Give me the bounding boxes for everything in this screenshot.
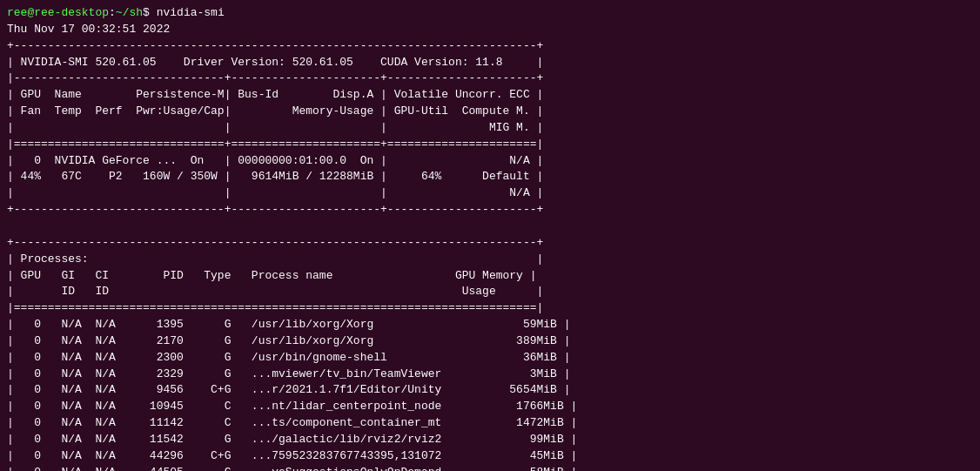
process-row: | 0 N/A N/A 1395 G /usr/lib/xorg/Xorg 59…: [7, 317, 973, 333]
gpu-row2: | 44% 67C P2 160W / 350W | 9614MiB / 122…: [7, 169, 973, 185]
proc-header: | Processes: |: [7, 252, 973, 268]
date-line: Thu Nov 17 00:32:51 2022: [7, 22, 973, 38]
proc-sep: |=======================================…: [7, 300, 973, 317]
process-row: | 0 N/A N/A 44296 C+G ...759523283767743…: [7, 448, 973, 465]
separator2: |-------------------------------+-------…: [7, 71, 973, 87]
process-list: | 0 N/A N/A 1395 G /usr/lib/xorg/Xorg 59…: [7, 317, 973, 471]
process-row: | 0 N/A N/A 2170 G /usr/lib/xorg/Xorg 38…: [7, 333, 973, 350]
blank1: [7, 219, 973, 235]
prompt-command: nvidia-smi: [157, 6, 225, 19]
gpu-row3: | | | N/A |: [7, 185, 973, 202]
process-row: | 0 N/A N/A 11142 C ...ts/component_cont…: [7, 415, 973, 432]
separator5: +---------------------------------------…: [7, 235, 973, 252]
process-row: | 0 N/A N/A 10945 C ...nt/lidar_centerpo…: [7, 399, 973, 415]
gpu-row1: | 0 NVIDIA GeForce ... On | 00000000:01:…: [7, 153, 973, 170]
gpu-header1: | GPU Name Persistence-M| Bus-Id Disp.A …: [7, 87, 973, 104]
prompt-separator: :: [109, 6, 116, 19]
process-row: | 0 N/A N/A 11542 G .../galactic/lib/rvi…: [7, 432, 973, 448]
separator-top: +---------------------------------------…: [7, 38, 973, 55]
separator3: |===============================+=======…: [7, 137, 973, 153]
proc-cols1: | GPU GI CI PID Type Process name GPU Me…: [7, 268, 973, 285]
prompt-path: ~/sh: [116, 6, 143, 19]
prompt-user: ree@ree-desktop: [7, 6, 109, 19]
process-row: | 0 N/A N/A 2300 G /usr/bin/gnome-shell …: [7, 350, 973, 367]
prompt-dollar: $: [143, 6, 157, 19]
gpu-header2: | Fan Temp Perf Pwr:Usage/Cap| Memory-Us…: [7, 104, 973, 120]
process-row: | 0 N/A N/A 44505 G ...veSuggestionsOnly…: [7, 465, 973, 471]
process-row: | 0 N/A N/A 2329 G ...mviewer/tv_bin/Tea…: [7, 367, 973, 383]
nvidia-info: | NVIDIA-SMI 520.61.05 Driver Version: 5…: [7, 55, 973, 71]
gpu-header3: | | | MIG M. |: [7, 120, 973, 137]
process-row: | 0 N/A N/A 9456 C+G ...r/2021.1.7f1/Edi…: [7, 382, 973, 399]
separator4: +-------------------------------+-------…: [7, 202, 973, 219]
proc-cols2: | ID ID Usage |: [7, 284, 973, 300]
